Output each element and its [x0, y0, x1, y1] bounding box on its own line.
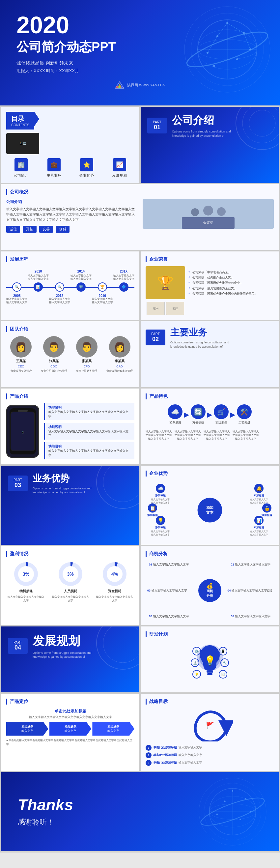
cycle-diagram: 🚩: [146, 709, 274, 741]
tl-c5: 🏆: [92, 282, 113, 292]
biz-item-2: 02 输入文字输入文字输入文字: [230, 562, 271, 567]
svg-point-73: [232, 790, 234, 792]
biz-text-6: 输入文字输入文字输入文字: [235, 615, 271, 618]
tag-1: 诚信: [6, 226, 20, 232]
tl-circle-2: 📊: [34, 282, 43, 292]
profit-chart-3: 4% 资金损耗 输入文字输入文字输入文字输入文字: [95, 561, 134, 602]
svg-point-28: [203, 206, 213, 216]
tl-blank3: [92, 270, 113, 273]
biz-num-2: 02: [230, 563, 234, 566]
awards-right: 公司荣获「中华老名品高企」 公司荣获「优先推介企业大奖」 公司荣获「国家级优先推…: [188, 266, 274, 315]
hero-section: 2020 公司简介动态PPT 诚信铸就品质 创新引领未来 汇报人：XXXX 时间…: [0, 0, 280, 105]
team-photo-1: 👩: [10, 336, 32, 358]
feature-2: 🔄 方便快捷: [191, 404, 206, 425]
product-detail-3: 功能说明 输入文字输入文字输入文字输入文字输入文字输入文字输入文字: [44, 442, 134, 459]
profit-chart-desc-1: 输入文字输入文字输入文字输入文字: [6, 595, 46, 602]
watermark: 演界网 WWW.YANJ.CN: [115, 81, 165, 89]
biz-num-5: 05: [149, 615, 152, 618]
adv-icon-6: 📊: [254, 516, 263, 525]
cycle-svg: 🚩: [187, 709, 233, 741]
profit-chart-label-1: 物料损耗: [20, 589, 33, 593]
profit-chart-1: 3% 物料损耗 输入文字输入文字输入文字输入文字: [6, 561, 46, 602]
donut-2: 3%: [57, 561, 84, 587]
toc-item-4: 📈 发展规划: [105, 158, 134, 178]
biz-text-4: 输入文字输入文字输入文字(注): [231, 589, 272, 592]
svg-text:会议室: 会议室: [203, 221, 213, 224]
team-name-3: 张某某: [82, 359, 92, 364]
watermark-text: 演界网 WWW.YANJ.CN: [127, 83, 165, 88]
company-overview-slide: 公司概况 公司介绍 输入文字输入文字输入文字输入文字输入文字输入文字输入文字输入…: [1, 184, 279, 250]
team-role-2: COO: [51, 365, 57, 368]
team-name-2: 张某某: [49, 359, 59, 364]
tl-circle-4: ⚙️: [76, 282, 86, 292]
awards-slide: 企业荣誉 🏆 证书 奖牌 公司荣获「中华老名品高企」 公司荣获「优先推介企业大奖…: [141, 251, 279, 320]
svg-point-30: [217, 207, 226, 216]
product-features-title: 产品特色: [146, 394, 274, 399]
svg-point-78: [216, 813, 218, 815]
company-intro-title: 公司介绍: [6, 199, 138, 205]
meeting-illustration: 会议室: [175, 199, 241, 229]
development-slide: 发展历程 2010 2014 201X 输入文字输入文字输入文字输入文字 输入文…: [1, 251, 139, 320]
feature-4: ⚒️ 工艺先进: [237, 404, 252, 425]
toc-item-1: 🏢 公司简介: [6, 158, 36, 178]
part04-slide: PART 04 发展规划 Options come from struggle …: [1, 626, 139, 692]
team-member-3: 👨 张某某 CFO 负责公司财务管理: [72, 336, 102, 373]
svg-point-47: [103, 626, 139, 663]
svg-text:🔧: 🔧: [223, 661, 227, 665]
goal-desc-1: 输入文字输入文字: [179, 745, 202, 750]
biz-num-3: 03: [147, 589, 151, 592]
tl-c4: ⚙️: [70, 282, 92, 292]
part01-slide: PART 01 公司介绍 Options come from struggle …: [141, 107, 279, 183]
thanks-main: Thanks: [18, 796, 73, 814]
toc-icon-3: ⭐: [80, 158, 93, 172]
biz-center-icon: 💰: [207, 583, 213, 589]
product-detail-1: 功能说明 输入文字输入文字输入文字输入文字输入文字输入文字输入文字: [44, 403, 134, 420]
positioning-main-title: 单击此处添加标题 输入文字输入文字输入文字输入文字输入文字输入文字输入文字: [6, 709, 134, 719]
toc-item-2: 💼 主营业务: [39, 158, 69, 178]
adv-label-5: 添加标题: [155, 526, 166, 529]
biz-analysis-slide: 商机分析 💰 商机 分析 01 输入文字输入文字输入文字 02 输入文字输入文字…: [141, 546, 279, 625]
part01-box: PART 01: [147, 118, 167, 133]
company-overview-title: 公司概况: [6, 189, 274, 195]
positioning-arrows: 添加标题 输入文字 添加标题 输入文字 添加标题 输入文字: [6, 722, 134, 736]
enterprise-adv-title: 企业优势: [146, 471, 274, 476]
awards-content: 🏆 证书 奖牌 公司荣获「中华老名品高企」 公司荣获「优先推介企业大奖」 公司荣…: [146, 266, 274, 315]
donut-label-1: 3%: [23, 571, 29, 577]
adv-item-2: 🔔 添加标题 输入文字输入文字输入文字输入文字: [249, 484, 269, 504]
adv-item-5: 💡 添加标题 输入文字输入文字输入文字输入文字: [151, 516, 170, 536]
part02-desc: Options come from struggle consultation …: [170, 340, 236, 349]
biz-text-3: 输入文字输入文字输入文字: [152, 589, 187, 592]
part02-slide: PART 02 主要业务 Options come from struggle …: [141, 321, 279, 387]
biz-center-label-2: 分析: [207, 593, 213, 598]
toc-title: 目录: [11, 114, 29, 123]
tl-text-2014: 输入文字输入文字输入文字输入文字: [70, 274, 92, 281]
thanks-slide: Thanks 感谢聆听！: [1, 772, 279, 851]
product-phone: 📱: [6, 405, 39, 458]
pos-arrow-label-3: 添加标题: [94, 725, 133, 729]
svg-point-38: [96, 466, 139, 508]
team-member-1: 👩 王某某 CEO 负责公司整体运营: [6, 336, 36, 373]
tl-blank2: [49, 270, 70, 273]
goals-list: 1 单击此处添加标题 输入文字输入文字 2 单击此处添加标题 输入文字输入文字 …: [146, 745, 274, 766]
svg-text:💡: 💡: [204, 655, 215, 666]
tag-2: 开拓: [23, 226, 37, 232]
award-3: 公司荣获「国家级优先推荐AAA企业」: [188, 280, 274, 285]
team-photo-4: 👩: [109, 336, 130, 358]
tl-c6: 🔷: [113, 282, 134, 292]
timeline-container: 2010 2014 201X 输入文字输入文字输入文字输入文字 输入文字输入文字…: [6, 266, 134, 307]
adv-icon-1: ☁️: [156, 484, 165, 493]
thanks-sub: 感谢聆听！: [18, 817, 54, 827]
biz-item-4: 04 输入文字输入文字输入文字(注): [227, 588, 272, 592]
team-name-1: 王某某: [16, 359, 26, 364]
company-intro: 公司介绍 输入文字输入文字输入文字输入文字输入文字输入文字输入文字输入文字输入文…: [6, 199, 138, 232]
tl-year-2014: 2014: [70, 270, 92, 273]
watermark-logo: [115, 81, 125, 89]
globe-icon: [181, 3, 273, 96]
adv-label-2: 添加标题: [254, 494, 264, 497]
product-positioning-slide: 产品定位 单击此处添加标题 输入文字输入文字输入文字输入文字输入文字输入文字输入…: [1, 694, 139, 771]
svg-point-76: [240, 818, 241, 820]
biz-text-1: 输入文字输入文字输入文字: [153, 563, 189, 566]
product-positioning-title: 产品定位: [6, 699, 134, 705]
blank2: [49, 274, 70, 281]
adv-icon-5: 💡: [156, 516, 165, 525]
